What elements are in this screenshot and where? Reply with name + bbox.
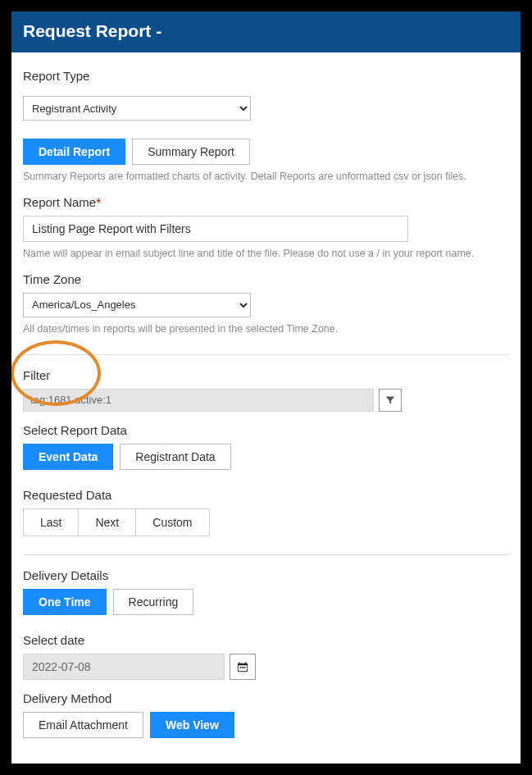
select-date-label: Select date bbox=[23, 633, 509, 647]
mode-help-text: Summary Reports are formatted charts of … bbox=[23, 170, 509, 184]
time-zone-select[interactable]: America/Los_Angeles bbox=[23, 293, 251, 317]
report-name-input[interactable] bbox=[23, 216, 408, 242]
report-type-label: Report Type bbox=[23, 69, 509, 83]
requested-data-label: Requested Data bbox=[23, 488, 509, 502]
report-name-help: Name will appear in email subject line a… bbox=[23, 247, 509, 261]
registrant-data-button[interactable]: Registrant Data bbox=[120, 444, 230, 470]
report-type-select[interactable]: Registrant Activity bbox=[23, 96, 251, 121]
event-data-button[interactable]: Event Data bbox=[23, 444, 113, 470]
web-view-button[interactable]: Web View bbox=[150, 712, 234, 738]
time-zone-help: All dates/times in reports will be prese… bbox=[23, 322, 509, 336]
select-date-input[interactable]: 2022-07-08 bbox=[23, 654, 225, 680]
delivery-details-label: Delivery Details bbox=[23, 568, 509, 582]
email-attachment-button[interactable]: Email Attachment bbox=[23, 712, 143, 738]
select-report-data-label: Select Report Data bbox=[23, 423, 509, 437]
requested-custom-button[interactable]: Custom bbox=[136, 509, 208, 536]
report-name-label: Report Name* bbox=[23, 195, 509, 209]
requested-last-button[interactable]: Last bbox=[24, 509, 79, 536]
filter-input[interactable]: tag:1681 active:1 bbox=[23, 389, 374, 412]
date-picker-button[interactable] bbox=[230, 654, 256, 680]
divider bbox=[23, 354, 509, 355]
divider bbox=[23, 554, 509, 555]
requested-next-button[interactable]: Next bbox=[79, 509, 136, 536]
recurring-button[interactable]: Recurring bbox=[113, 589, 194, 615]
delivery-method-label: Delivery Method bbox=[23, 691, 509, 705]
funnel-icon bbox=[385, 395, 395, 405]
filter-label: Filter bbox=[23, 368, 509, 382]
dialog-title: Request Report - bbox=[11, 11, 521, 52]
one-time-button[interactable]: One Time bbox=[23, 589, 107, 615]
calendar-icon bbox=[237, 661, 248, 672]
filter-button[interactable] bbox=[379, 389, 402, 412]
summary-report-button[interactable]: Summary Report bbox=[132, 139, 250, 165]
detail-report-button[interactable]: Detail Report bbox=[23, 139, 125, 165]
time-zone-label: Time Zone bbox=[23, 272, 509, 286]
